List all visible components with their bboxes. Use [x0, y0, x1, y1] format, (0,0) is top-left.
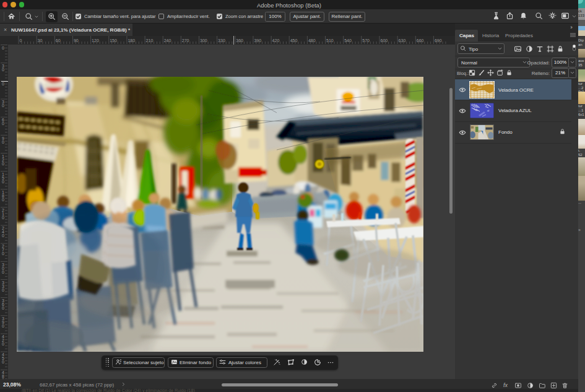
svg-text:al: al [487, 109, 489, 112]
